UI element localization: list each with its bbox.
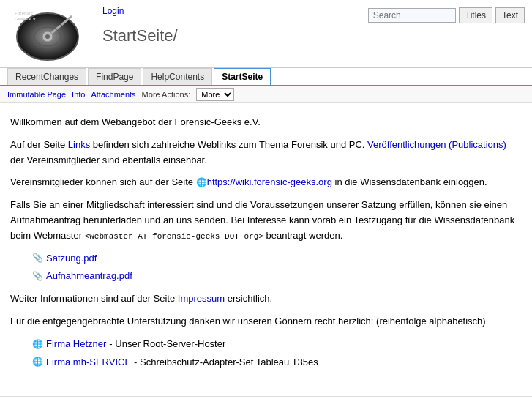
impressum-link[interactable]: Impressum <box>178 293 225 304</box>
list-item: 🌐 Firma Hetzner - Unser Root-Server-Host… <box>32 337 522 352</box>
attachment-icon: 📎 <box>32 251 43 265</box>
links-link[interactable]: Links <box>68 139 90 150</box>
page-title: StartSeite/ <box>102 26 525 45</box>
login-link[interactable]: Login <box>102 6 124 16</box>
search-input[interactable] <box>368 8 456 23</box>
immutable-page-link[interactable]: Immutable Page <box>7 90 66 99</box>
impressum-prefix: Weiter Informationen sind auf der Seite <box>10 293 178 304</box>
text-button[interactable]: Text <box>495 7 525 23</box>
info-link[interactable]: Info <box>72 90 85 99</box>
mhservice-link[interactable]: Firma mh-SERVICE <box>46 355 131 370</box>
satzung-link[interactable]: Satzung.pdf <box>46 251 97 266</box>
content-area: Willkommen auf dem Webangebot der Forens… <box>0 103 532 389</box>
globe-icon: 🌐 <box>196 177 207 187</box>
list-item: 📎 Aufnahmeantrag.pdf <box>32 269 522 284</box>
impressum-suffix: ersichtlich. <box>225 293 272 304</box>
veroff-link[interactable]: Veröffentlichungen (Publications) <box>367 139 506 150</box>
tab-recentchanges[interactable]: RecentChanges <box>7 68 86 85</box>
list-item: 🌐 Firma mh-SERVICE - Schreibschutz-Adapt… <box>32 355 522 370</box>
more-actions-select[interactable]: More <box>196 88 234 101</box>
membership-suffix: beantragt werden. <box>263 230 342 241</box>
links-para-suffix: der Vereinsmitglieder sind ebenfalls ein… <box>10 154 207 165</box>
svg-text:Forensic: Forensic <box>15 11 34 15</box>
logo-image: Forensic Geeks e.V. <box>7 6 88 63</box>
tab-findpage[interactable]: FindPage <box>88 68 141 85</box>
sponsors-list: 🌐 Firma Hetzner - Unser Root-Server-Host… <box>32 337 522 370</box>
globe-icon: 🌐 <box>32 355 43 369</box>
wiki-para: Vereinsmitglieder können sich auf der Se… <box>10 175 522 190</box>
impressum-para: Weiter Informationen sind auf der Seite … <box>10 291 522 307</box>
mhservice-desc: - Schreibschutz-Adapter-Set Tableau T35e… <box>134 355 318 370</box>
links-para-mid: befinden sich zahlreiche Weblinks zum Th… <box>90 139 367 150</box>
tab-startseite[interactable]: StartSeite <box>214 68 271 85</box>
hetzner-link[interactable]: Firma Hetzner <box>46 337 106 352</box>
wiki-para-prefix: Vereinsmitglieder können sich auf der Se… <box>10 176 196 187</box>
aufnahme-link[interactable]: Aufnahmeantrag.pdf <box>46 269 132 284</box>
globe-icon: 🌐 <box>32 338 43 351</box>
links-para: Auf der Seite Links befinden sich zahlre… <box>10 138 522 168</box>
titles-button[interactable]: Titles <box>459 7 492 23</box>
sponsors-intro: Für die entgegengebrachte Unterstützung … <box>10 314 522 329</box>
header: Forensic Geeks e.V. Login StartSeite/ Ti… <box>0 0 532 68</box>
attachment-icon: 📎 <box>32 269 43 283</box>
svg-text:Geeks e.V.: Geeks e.V. <box>15 17 37 21</box>
list-item: 📎 Satzung.pdf <box>32 251 522 266</box>
membership-para: Falls Sie an einer Mitgliedschaft intere… <box>10 198 522 243</box>
actions-bar: Immutable Page Info Attachments More Act… <box>0 86 532 103</box>
attachments-link[interactable]: Attachments <box>91 90 135 99</box>
links-para-prefix: Auf der Seite <box>10 139 68 150</box>
attachments-list: 📎 Satzung.pdf 📎 Aufnahmeantrag.pdf <box>32 251 522 285</box>
tab-helpcontents[interactable]: HelpContents <box>143 68 212 85</box>
logo-area: Forensic Geeks e.V. <box>7 6 95 64</box>
svg-point-3 <box>45 34 50 39</box>
footer: StartSeite (last edited 2009-09-08 07:28… <box>0 396 532 399</box>
wiki-link[interactable]: https://wiki.forensic-geeks.org <box>207 176 332 187</box>
hetzner-desc: - Unser Root-Server-Hoster <box>109 337 225 352</box>
tabs-bar: RecentChanges FindPage HelpContents Star… <box>0 68 532 86</box>
search-area: Titles Text <box>368 7 525 23</box>
wiki-para-suffix: in die Wissensdatenbank einloggen. <box>332 176 487 187</box>
intro-para: Willkommen auf dem Webangebot der Forens… <box>10 115 522 130</box>
webmaster-email: <webmaster AT forensic-geeks DOT org> <box>85 232 263 241</box>
more-actions-label: More Actions: <box>142 90 191 99</box>
